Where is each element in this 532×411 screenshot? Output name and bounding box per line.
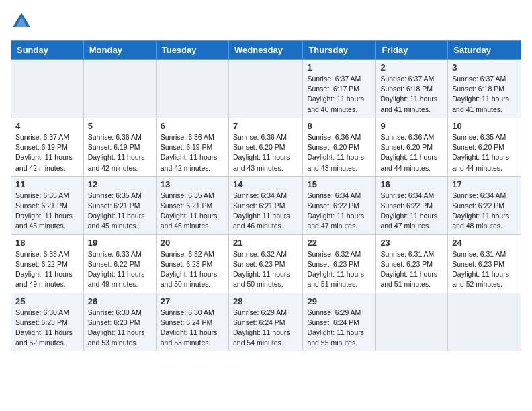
day-info: Sunrise: 6:34 AM Sunset: 6:22 PM Dayligh… bbox=[380, 191, 443, 232]
day-info: Sunrise: 6:36 AM Sunset: 6:19 PM Dayligh… bbox=[161, 132, 224, 173]
weekday-header-cell: Monday bbox=[83, 41, 156, 60]
calendar-day-cell: 7Sunrise: 6:36 AM Sunset: 6:20 PM Daylig… bbox=[228, 118, 302, 176]
calendar-day-cell: 19Sunrise: 6:33 AM Sunset: 6:22 PM Dayli… bbox=[83, 234, 156, 293]
calendar-day-cell: 16Sunrise: 6:34 AM Sunset: 6:22 PM Dayli… bbox=[376, 176, 448, 234]
calendar-day-cell bbox=[83, 60, 156, 118]
calendar-day-cell: 2Sunrise: 6:37 AM Sunset: 6:18 PM Daylig… bbox=[376, 60, 448, 118]
day-number: 24 bbox=[452, 238, 517, 248]
day-info: Sunrise: 6:29 AM Sunset: 6:24 PM Dayligh… bbox=[233, 308, 298, 349]
calendar-table: SundayMondayTuesdayWednesdayThursdayFrid… bbox=[11, 40, 521, 351]
day-number: 3 bbox=[452, 62, 517, 73]
calendar-day-cell: 29Sunrise: 6:29 AM Sunset: 6:24 PM Dayli… bbox=[303, 293, 376, 351]
weekday-header-cell: Wednesday bbox=[228, 41, 302, 60]
calendar-day-cell: 4Sunrise: 6:37 AM Sunset: 6:19 PM Daylig… bbox=[11, 118, 84, 176]
day-info: Sunrise: 6:37 AM Sunset: 6:18 PM Dayligh… bbox=[380, 74, 443, 115]
calendar-day-cell: 5Sunrise: 6:36 AM Sunset: 6:19 PM Daylig… bbox=[83, 118, 156, 176]
day-info: Sunrise: 6:36 AM Sunset: 6:20 PM Dayligh… bbox=[233, 132, 298, 173]
day-number: 8 bbox=[307, 121, 371, 131]
day-info: Sunrise: 6:31 AM Sunset: 6:23 PM Dayligh… bbox=[452, 249, 517, 290]
logo-icon bbox=[11, 11, 32, 32]
day-info: Sunrise: 6:30 AM Sunset: 6:23 PM Dayligh… bbox=[88, 308, 152, 349]
day-number: 23 bbox=[380, 238, 443, 248]
day-info: Sunrise: 6:37 AM Sunset: 6:19 PM Dayligh… bbox=[15, 132, 79, 173]
weekday-header-cell: Sunday bbox=[11, 41, 84, 60]
day-info: Sunrise: 6:31 AM Sunset: 6:23 PM Dayligh… bbox=[380, 249, 443, 290]
day-info: Sunrise: 6:32 AM Sunset: 6:23 PM Dayligh… bbox=[233, 249, 298, 290]
day-info: Sunrise: 6:30 AM Sunset: 6:23 PM Dayligh… bbox=[15, 308, 79, 349]
calendar-week-row: 4Sunrise: 6:37 AM Sunset: 6:19 PM Daylig… bbox=[11, 118, 521, 176]
day-number: 17 bbox=[452, 179, 517, 189]
day-info: Sunrise: 6:34 AM Sunset: 6:21 PM Dayligh… bbox=[233, 191, 298, 232]
day-number: 20 bbox=[161, 238, 224, 248]
day-number: 26 bbox=[88, 296, 152, 306]
weekday-header-cell: Friday bbox=[376, 41, 448, 60]
calendar-body: 1Sunrise: 6:37 AM Sunset: 6:17 PM Daylig… bbox=[11, 60, 521, 351]
calendar-day-cell: 26Sunrise: 6:30 AM Sunset: 6:23 PM Dayli… bbox=[83, 293, 156, 351]
calendar-day-cell: 11Sunrise: 6:35 AM Sunset: 6:21 PM Dayli… bbox=[11, 176, 84, 234]
day-number: 12 bbox=[88, 179, 152, 189]
calendar-day-cell: 20Sunrise: 6:32 AM Sunset: 6:23 PM Dayli… bbox=[156, 234, 228, 293]
weekday-header-cell: Saturday bbox=[448, 41, 521, 60]
day-info: Sunrise: 6:36 AM Sunset: 6:20 PM Dayligh… bbox=[307, 132, 371, 173]
day-number: 21 bbox=[233, 238, 298, 248]
calendar-day-cell: 18Sunrise: 6:33 AM Sunset: 6:22 PM Dayli… bbox=[11, 234, 84, 293]
day-info: Sunrise: 6:30 AM Sunset: 6:24 PM Dayligh… bbox=[161, 308, 224, 349]
day-number: 5 bbox=[88, 121, 152, 131]
day-number: 1 bbox=[307, 62, 371, 73]
calendar-day-cell: 14Sunrise: 6:34 AM Sunset: 6:21 PM Dayli… bbox=[228, 176, 302, 234]
day-info: Sunrise: 6:34 AM Sunset: 6:22 PM Dayligh… bbox=[452, 191, 517, 232]
calendar-day-cell: 8Sunrise: 6:36 AM Sunset: 6:20 PM Daylig… bbox=[303, 118, 376, 176]
day-number: 14 bbox=[233, 179, 298, 189]
calendar-day-cell: 12Sunrise: 6:35 AM Sunset: 6:21 PM Dayli… bbox=[83, 176, 156, 234]
calendar-day-cell: 21Sunrise: 6:32 AM Sunset: 6:23 PM Dayli… bbox=[228, 234, 302, 293]
day-info: Sunrise: 6:32 AM Sunset: 6:23 PM Dayligh… bbox=[161, 249, 224, 290]
day-number: 11 bbox=[15, 179, 79, 189]
day-number: 7 bbox=[233, 121, 298, 131]
calendar-day-cell: 17Sunrise: 6:34 AM Sunset: 6:22 PM Dayli… bbox=[448, 176, 521, 234]
calendar-day-cell: 10Sunrise: 6:35 AM Sunset: 6:20 PM Dayli… bbox=[448, 118, 521, 176]
day-info: Sunrise: 6:33 AM Sunset: 6:22 PM Dayligh… bbox=[15, 249, 79, 290]
day-info: Sunrise: 6:34 AM Sunset: 6:22 PM Dayligh… bbox=[307, 191, 371, 232]
calendar-day-cell: 6Sunrise: 6:36 AM Sunset: 6:19 PM Daylig… bbox=[156, 118, 228, 176]
day-info: Sunrise: 6:33 AM Sunset: 6:22 PM Dayligh… bbox=[88, 249, 152, 290]
calendar-week-row: 1Sunrise: 6:37 AM Sunset: 6:17 PM Daylig… bbox=[11, 60, 521, 118]
day-info: Sunrise: 6:36 AM Sunset: 6:20 PM Dayligh… bbox=[380, 132, 443, 173]
day-number: 15 bbox=[307, 179, 371, 189]
calendar-day-cell: 13Sunrise: 6:35 AM Sunset: 6:21 PM Dayli… bbox=[156, 176, 228, 234]
calendar-day-cell: 3Sunrise: 6:37 AM Sunset: 6:18 PM Daylig… bbox=[448, 60, 521, 118]
day-number: 10 bbox=[452, 121, 517, 131]
weekday-header-row: SundayMondayTuesdayWednesdayThursdayFrid… bbox=[11, 41, 521, 60]
day-number: 29 bbox=[307, 296, 371, 306]
day-number: 27 bbox=[161, 296, 224, 306]
day-number: 4 bbox=[15, 121, 79, 131]
day-number: 2 bbox=[380, 62, 443, 73]
day-number: 28 bbox=[233, 296, 298, 306]
calendar-day-cell bbox=[228, 60, 302, 118]
day-info: Sunrise: 6:29 AM Sunset: 6:24 PM Dayligh… bbox=[307, 308, 371, 349]
weekday-header-cell: Tuesday bbox=[156, 41, 228, 60]
calendar-day-cell bbox=[448, 293, 521, 351]
day-info: Sunrise: 6:35 AM Sunset: 6:21 PM Dayligh… bbox=[88, 191, 152, 232]
calendar-day-cell: 24Sunrise: 6:31 AM Sunset: 6:23 PM Dayli… bbox=[448, 234, 521, 293]
calendar-day-cell bbox=[11, 60, 84, 118]
day-info: Sunrise: 6:35 AM Sunset: 6:21 PM Dayligh… bbox=[15, 191, 79, 232]
weekday-header-cell: Thursday bbox=[303, 41, 376, 60]
day-number: 9 bbox=[380, 121, 443, 131]
day-number: 19 bbox=[88, 238, 152, 248]
calendar-day-cell: 27Sunrise: 6:30 AM Sunset: 6:24 PM Dayli… bbox=[156, 293, 228, 351]
calendar-day-cell: 25Sunrise: 6:30 AM Sunset: 6:23 PM Dayli… bbox=[11, 293, 84, 351]
calendar-week-row: 25Sunrise: 6:30 AM Sunset: 6:23 PM Dayli… bbox=[11, 293, 521, 351]
day-info: Sunrise: 6:37 AM Sunset: 6:18 PM Dayligh… bbox=[452, 74, 517, 115]
day-number: 18 bbox=[15, 238, 79, 248]
day-info: Sunrise: 6:36 AM Sunset: 6:19 PM Dayligh… bbox=[88, 132, 152, 173]
page-header bbox=[11, 11, 521, 32]
day-info: Sunrise: 6:37 AM Sunset: 6:17 PM Dayligh… bbox=[307, 74, 371, 115]
day-info: Sunrise: 6:32 AM Sunset: 6:23 PM Dayligh… bbox=[307, 249, 371, 290]
calendar-day-cell: 28Sunrise: 6:29 AM Sunset: 6:24 PM Dayli… bbox=[228, 293, 302, 351]
logo bbox=[11, 11, 35, 32]
day-info: Sunrise: 6:35 AM Sunset: 6:21 PM Dayligh… bbox=[161, 191, 224, 232]
calendar-week-row: 18Sunrise: 6:33 AM Sunset: 6:22 PM Dayli… bbox=[11, 234, 521, 293]
day-number: 16 bbox=[380, 179, 443, 189]
calendar-day-cell bbox=[376, 293, 448, 351]
calendar-day-cell: 1Sunrise: 6:37 AM Sunset: 6:17 PM Daylig… bbox=[303, 60, 376, 118]
